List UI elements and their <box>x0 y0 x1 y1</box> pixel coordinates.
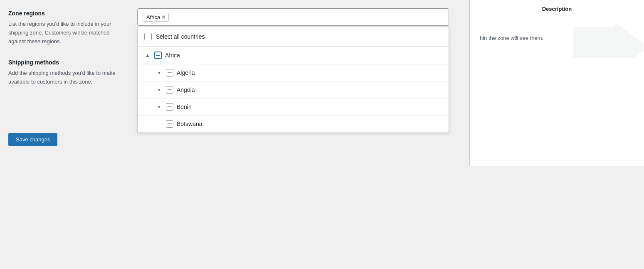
save-changes-button[interactable]: Save changes <box>8 133 57 146</box>
right-panel-text: hin the zone will see them. <box>480 35 543 41</box>
country-label-benin: Benin <box>177 104 192 110</box>
continent-checkbox-africa[interactable] <box>154 52 162 59</box>
right-panel-body: hin the zone will see them. <box>470 18 644 58</box>
right-panel-header: Description <box>470 0 644 18</box>
country-chevron-algeria[interactable]: ▾ <box>156 69 163 76</box>
placeholder-arrow-icon <box>573 22 644 58</box>
dash-line <box>168 106 172 107</box>
svg-marker-0 <box>573 22 644 58</box>
country-chevron-botswana <box>156 121 163 127</box>
shipping-methods-description: Add the shipping methods you'd like to m… <box>8 69 121 86</box>
zone-regions-description: List the regions you'd like to include i… <box>8 20 121 46</box>
country-chevron-benin[interactable]: ▾ <box>156 104 163 110</box>
continent-label-africa: Africa <box>165 52 180 59</box>
country-row-botswana[interactable]: Botswana <box>138 115 449 132</box>
right-panel: Description hin the zone will see them. <box>469 0 644 166</box>
zone-regions-input[interactable]: Africa × <box>137 8 449 26</box>
continent-collapse-icon[interactable]: ▲ <box>144 52 151 59</box>
country-chevron-angola[interactable]: ▾ <box>156 86 163 93</box>
country-label-algeria: Algeria <box>177 69 195 76</box>
zone-regions-title: Zone regions <box>8 10 121 17</box>
zone-regions-dropdown-wrapper: Africa × Select all countries ▲ Africa <box>137 8 449 26</box>
country-checkbox-angola[interactable] <box>166 86 173 94</box>
country-checkbox-botswana[interactable] <box>166 120 173 128</box>
select-all-label: Select all countries <box>156 33 205 40</box>
country-row-algeria[interactable]: ▾ Algeria <box>138 64 449 81</box>
select-all-row[interactable]: Select all countries <box>138 27 449 47</box>
left-panel: Zone regions List the regions you'd like… <box>0 0 129 269</box>
dropdown-menu: Select all countries ▲ Africa ▾ <box>137 27 449 133</box>
country-label-angola: Angola <box>177 86 195 93</box>
dash-line <box>168 123 172 124</box>
partial-dash <box>156 55 160 56</box>
africa-tag[interactable]: Africa × <box>143 13 169 22</box>
select-all-checkbox[interactable] <box>144 33 152 40</box>
continent-row-africa[interactable]: ▲ Africa <box>138 47 449 64</box>
country-row-benin[interactable]: ▾ Benin <box>138 98 449 115</box>
dash-line <box>168 72 172 73</box>
dash-line <box>168 89 172 90</box>
country-checkbox-algeria[interactable] <box>166 69 173 77</box>
shipping-methods-title: Shipping methods <box>8 59 121 66</box>
tag-label: Africa <box>146 14 160 20</box>
tag-remove-icon[interactable]: × <box>162 14 165 20</box>
country-checkbox-benin[interactable] <box>166 103 173 111</box>
country-label-botswana: Botswana <box>177 121 202 127</box>
continent-group-africa: ▲ Africa ▾ Algeria ▾ <box>138 47 449 133</box>
country-row-angola[interactable]: ▾ Angola <box>138 81 449 98</box>
